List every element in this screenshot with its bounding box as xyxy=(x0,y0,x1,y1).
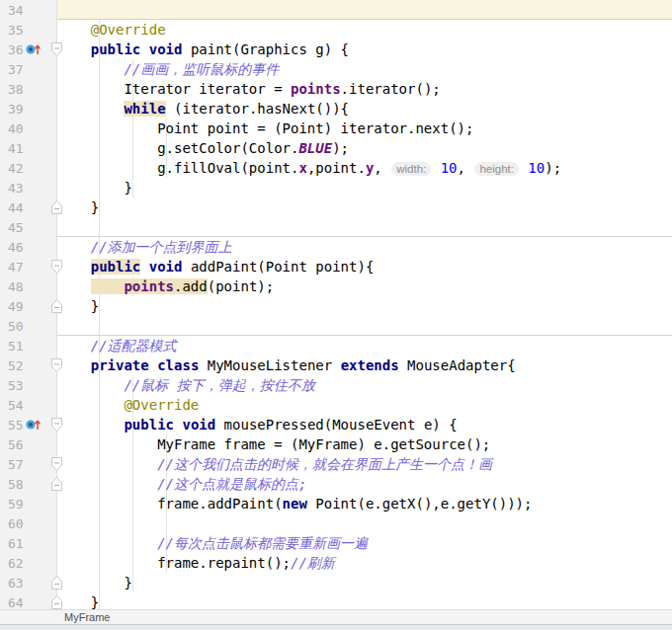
gutter-cell[interactable]: 48 xyxy=(0,276,57,296)
code-text[interactable]: } xyxy=(57,178,672,197)
gutter-cell[interactable]: 59 xyxy=(0,494,57,513)
line-number[interactable]: 37 xyxy=(0,60,24,80)
code-text[interactable]: //画画，监听鼠标的事件 xyxy=(57,59,672,79)
line-number[interactable]: 50 xyxy=(0,317,24,337)
line-number[interactable]: 64 xyxy=(0,593,24,609)
code-text[interactable]: } xyxy=(57,197,672,217)
line-number[interactable]: 40 xyxy=(0,119,24,139)
code-text[interactable]: Point point = (Point) iterator.next(); xyxy=(57,118,672,138)
gutter-cell[interactable]: 35 xyxy=(0,20,57,39)
gutter-cell[interactable]: 45 xyxy=(0,217,57,237)
line-number[interactable]: 41 xyxy=(0,139,24,159)
code-text[interactable] xyxy=(57,217,672,237)
code-text[interactable]: @Override xyxy=(57,20,672,39)
line-number[interactable]: 48 xyxy=(0,277,24,297)
gutter-cell[interactable]: 55 xyxy=(0,415,57,434)
code-text[interactable]: @Override xyxy=(57,395,672,415)
line-number[interactable]: 47 xyxy=(0,258,24,277)
line-number[interactable]: 62 xyxy=(0,554,24,574)
code-text[interactable]: while (iterator.hasNext()){ xyxy=(57,99,672,118)
gutter-cell[interactable]: 41 xyxy=(0,138,57,158)
gutter-cell[interactable]: 34 xyxy=(0,0,57,20)
line-number[interactable]: 34 xyxy=(0,1,24,21)
code-text[interactable] xyxy=(57,316,672,336)
gutter-cell[interactable]: 57 xyxy=(0,454,57,474)
line-number[interactable]: 49 xyxy=(0,297,24,317)
breadcrumb-item[interactable]: MyFrame xyxy=(64,610,110,624)
line-number[interactable]: 63 xyxy=(0,574,24,593)
gutter-cell[interactable]: 43 xyxy=(0,178,57,197)
code-text[interactable]: Iterator iterator = points.iterator(); xyxy=(57,79,672,99)
gutter-cell[interactable]: 61 xyxy=(0,533,57,553)
line-number[interactable]: 61 xyxy=(0,534,24,554)
gutter-cell[interactable]: 58 xyxy=(0,474,57,494)
code-text[interactable]: //这个点就是鼠标的点; xyxy=(57,474,672,494)
line-number[interactable]: 38 xyxy=(0,80,24,100)
code-segment: g.setColor(Color. xyxy=(57,140,298,156)
code-text[interactable]: points.add(point); xyxy=(57,276,672,296)
code-segment: , xyxy=(458,160,474,176)
line-number[interactable]: 46 xyxy=(0,238,24,258)
code-text[interactable]: } xyxy=(57,573,672,592)
gutter-cell[interactable]: 50 xyxy=(0,316,57,336)
gutter-cell[interactable]: 52 xyxy=(0,355,57,375)
line-number[interactable]: 39 xyxy=(0,100,24,119)
code-text[interactable]: //添加一个点到界面上 xyxy=(57,237,672,257)
code-text[interactable]: public void mousePressed(MouseEvent e) { xyxy=(57,415,672,434)
gutter-cell[interactable]: 42 xyxy=(0,158,57,178)
line-number[interactable]: 43 xyxy=(0,179,24,198)
gutter-cell[interactable]: 40 xyxy=(0,118,57,138)
overriding-method-icon[interactable] xyxy=(25,41,42,57)
line-number[interactable]: 59 xyxy=(0,495,24,514)
code-text[interactable] xyxy=(57,513,672,533)
code-text[interactable]: //每次点击鼠标都需要重新画一遍 xyxy=(57,533,672,553)
code-text[interactable]: frame.repaint();//刷新 xyxy=(57,553,672,573)
code-text[interactable]: MyFrame frame = (MyFrame) e.getSource(); xyxy=(57,434,672,454)
line-number[interactable]: 55 xyxy=(0,416,24,435)
gutter-cell[interactable]: 54 xyxy=(0,395,57,415)
gutter-cell[interactable]: 46 xyxy=(0,237,57,257)
line-number[interactable]: 51 xyxy=(0,337,24,356)
overriding-method-icon[interactable] xyxy=(25,417,42,433)
code-text[interactable]: //这个我们点击的时候，就会在界面上产生一个点！画 xyxy=(57,454,672,474)
line-number[interactable]: 36 xyxy=(0,40,24,60)
gutter-cell[interactable]: 49 xyxy=(0,296,57,316)
line-number[interactable]: 42 xyxy=(0,159,24,179)
gutter-cell[interactable]: 38 xyxy=(0,79,57,99)
code-text[interactable]: } xyxy=(57,296,672,316)
gutter-cell[interactable]: 62 xyxy=(0,553,57,573)
code-text[interactable]: //适配器模式 xyxy=(57,336,672,355)
gutter-cell[interactable]: 44 xyxy=(0,197,57,217)
code-text[interactable] xyxy=(57,0,672,20)
line-number[interactable]: 60 xyxy=(0,514,24,534)
code-text[interactable]: //鼠标 按下，弹起，按住不放 xyxy=(57,375,672,395)
line-number[interactable]: 54 xyxy=(0,396,24,416)
gutter-cell[interactable]: 63 xyxy=(0,573,57,592)
code-text[interactable]: public void paint(Graphics g) { xyxy=(57,39,672,59)
code-text[interactable]: g.setColor(Color.BLUE); xyxy=(57,138,672,158)
code-text[interactable]: public void addPaint(Point point){ xyxy=(57,257,672,276)
line-number[interactable]: 44 xyxy=(0,198,24,218)
line-number[interactable]: 58 xyxy=(0,475,24,495)
gutter-cell[interactable]: 36 xyxy=(0,39,57,59)
gutter-cell[interactable]: 39 xyxy=(0,99,57,118)
gutter-cell[interactable]: 56 xyxy=(0,434,57,454)
code-segment: addPaint(Point point){ xyxy=(182,259,374,275)
line-number[interactable]: 52 xyxy=(0,356,24,376)
code-text[interactable]: } xyxy=(57,592,672,609)
code-text[interactable]: g.fillOval(point.x,point.y, width: 10, h… xyxy=(57,158,672,178)
gutter-cell[interactable]: 37 xyxy=(0,59,57,79)
line-number[interactable]: 56 xyxy=(0,435,24,455)
line-number[interactable]: 35 xyxy=(0,21,24,40)
code-text[interactable]: private class MyMouseListener extends Mo… xyxy=(57,355,672,375)
code-text[interactable]: frame.addPaint(new Point(e.getX(),e.getY… xyxy=(57,494,672,513)
gutter-cell[interactable]: 64 xyxy=(0,592,57,609)
gutter-cell[interactable]: 53 xyxy=(0,375,57,395)
line-number[interactable]: 57 xyxy=(0,455,24,475)
gutter-cell[interactable]: 60 xyxy=(0,513,57,533)
gutter-cell[interactable]: 47 xyxy=(0,257,57,276)
line-number[interactable]: 53 xyxy=(0,376,24,396)
gutter-cell[interactable]: 51 xyxy=(0,336,57,355)
code-lines[interactable]: 3435 @Override36 public void paint(Graph… xyxy=(0,0,672,609)
line-number[interactable]: 45 xyxy=(0,218,24,238)
